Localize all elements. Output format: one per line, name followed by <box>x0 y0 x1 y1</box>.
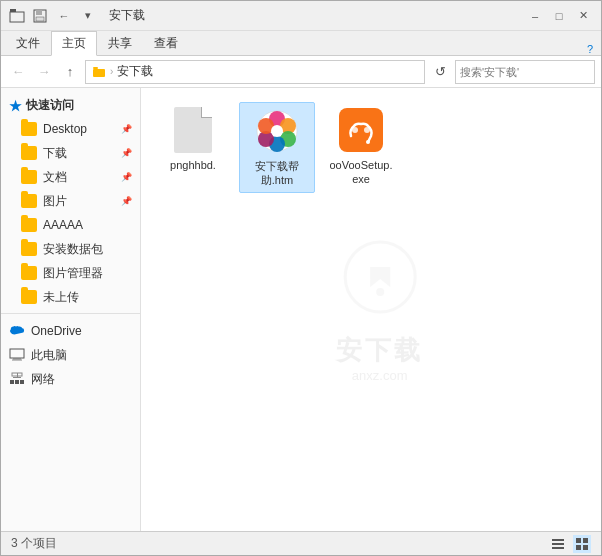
folder-icon <box>21 217 37 233</box>
sidebar-item-documents[interactable]: 文档 📌 <box>1 165 140 189</box>
view-tile-button[interactable] <box>573 535 591 553</box>
file-icon-generic <box>169 106 217 154</box>
sidebar-item-pictures[interactable]: 图片 📌 <box>1 189 140 213</box>
svg-rect-34 <box>576 538 581 543</box>
svg-rect-32 <box>552 543 564 545</box>
folder-icon <box>21 121 37 137</box>
address-bar: ← → ↑ › 安下载 ↺ <box>1 56 601 88</box>
sidebar-item-desktop[interactable]: Desktop 📌 <box>1 117 140 141</box>
svg-rect-37 <box>583 545 588 550</box>
svg-point-30 <box>364 127 370 133</box>
qat-dropdown[interactable]: ▾ <box>79 7 97 25</box>
svg-rect-35 <box>583 538 588 543</box>
svg-rect-14 <box>20 380 24 384</box>
watermark-icon <box>340 237 420 333</box>
tab-home[interactable]: 主页 <box>51 31 97 56</box>
folder-icon <box>21 265 37 281</box>
sidebar: ★ 快速访问 Desktop 📌 下载 📌 文档 📌 图片 📌 <box>1 88 141 531</box>
back-button[interactable]: ← <box>7 61 29 83</box>
ribbon-tabs: 文件 主页 共享 查看 ? <box>1 31 601 55</box>
svg-rect-5 <box>93 69 105 77</box>
qat-undo[interactable]: ← <box>55 7 73 25</box>
path-label: 安下载 <box>117 63 153 80</box>
svg-rect-13 <box>15 380 19 384</box>
watermark-sub: anxz.com <box>352 368 408 383</box>
search-input[interactable] <box>460 66 598 78</box>
title-bar-left: ← ▾ 安下载 <box>9 7 145 25</box>
svg-rect-4 <box>36 17 44 21</box>
tab-file[interactable]: 文件 <box>5 31 51 55</box>
svg-rect-12 <box>10 380 14 384</box>
pin-icon: 📌 <box>121 124 132 134</box>
svg-point-28 <box>366 140 370 144</box>
svg-rect-9 <box>10 349 24 358</box>
svg-rect-10 <box>13 358 21 360</box>
sidebar-item-network[interactable]: 网络 <box>1 367 140 391</box>
status-right <box>549 535 591 553</box>
watermark-text: 安下载 <box>336 333 423 368</box>
folder-icon <box>21 193 37 209</box>
title-text: 安下载 <box>109 7 145 24</box>
title-bar-controls: – □ ✕ <box>525 6 593 26</box>
qat-save[interactable] <box>31 7 49 25</box>
folder-icon <box>21 241 37 257</box>
file-item[interactable]: pnghhbd. <box>155 102 231 193</box>
quick-access-section: ★ 快速访问 Desktop 📌 下载 📌 文档 📌 图片 📌 <box>1 94 140 309</box>
tab-share[interactable]: 共享 <box>97 31 143 55</box>
sidebar-item-onedrive[interactable]: OneDrive <box>1 319 140 343</box>
onedrive-icon <box>9 323 25 339</box>
minimize-button[interactable]: – <box>525 6 545 26</box>
file-item[interactable]: ooVooSetup.exe <box>323 102 399 193</box>
file-icon-htm <box>253 107 301 155</box>
folder-icon <box>21 145 37 161</box>
view-list-button[interactable] <box>549 535 567 553</box>
svg-rect-0 <box>10 12 24 22</box>
status-bar: 3 个项目 <box>1 531 601 555</box>
svg-point-27 <box>271 125 283 137</box>
maximize-button[interactable]: □ <box>549 6 569 26</box>
svg-rect-3 <box>36 10 42 15</box>
up-button[interactable]: ↑ <box>59 61 81 83</box>
svg-rect-31 <box>552 539 564 541</box>
sidebar-item-picmgr[interactable]: 图片管理器 <box>1 261 140 285</box>
sidebar-item-downloads[interactable]: 下载 📌 <box>1 141 140 165</box>
sidebar-item-aaaaa[interactable]: AAAAA <box>1 213 140 237</box>
title-bar: ← ▾ 安下载 – □ ✕ <box>1 1 601 31</box>
forward-button[interactable]: → <box>33 61 55 83</box>
main-area: ★ 快速访问 Desktop 📌 下载 📌 文档 📌 图片 📌 <box>1 88 601 531</box>
pin-icon: 📌 <box>121 148 132 158</box>
tab-view[interactable]: 查看 <box>143 31 189 55</box>
search-box[interactable] <box>455 60 595 84</box>
file-item[interactable]: 安下载帮助.htm <box>239 102 315 193</box>
content-area: 安下载 anxz.com pnghhbd. <box>141 88 601 531</box>
ribbon: 文件 主页 共享 查看 ? <box>1 31 601 56</box>
refresh-button[interactable]: ↺ <box>429 61 451 83</box>
folder-icon <box>21 169 37 185</box>
window-icon <box>9 8 25 24</box>
svg-point-19 <box>376 288 384 296</box>
folder-icon <box>21 289 37 305</box>
sidebar-item-thispc[interactable]: 此电脑 <box>1 343 140 367</box>
sidebar-item-setup[interactable]: 安装数据包 <box>1 237 140 261</box>
path-separator: › <box>110 66 113 77</box>
svg-point-29 <box>352 127 358 133</box>
quick-access-header[interactable]: ★ 快速访问 <box>1 94 140 117</box>
file-name: pnghhbd. <box>170 158 216 172</box>
svg-rect-1 <box>10 9 16 12</box>
svg-rect-36 <box>576 545 581 550</box>
svg-rect-6 <box>93 67 98 69</box>
file-name: ooVooSetup.exe <box>327 158 395 187</box>
sidebar-item-unuploaded[interactable]: 未上传 <box>1 285 140 309</box>
svg-rect-33 <box>552 547 564 549</box>
folder-icon <box>92 65 106 79</box>
ribbon-help[interactable]: ? <box>587 43 593 55</box>
file-icon-oovoo <box>337 106 385 154</box>
pin-icon: 📌 <box>121 172 132 182</box>
address-path[interactable]: › 安下载 <box>85 60 425 84</box>
close-button[interactable]: ✕ <box>573 6 593 26</box>
svg-point-18 <box>345 242 415 312</box>
watermark: 安下载 anxz.com <box>336 237 423 383</box>
svg-rect-11 <box>12 360 22 361</box>
pin-icon: 📌 <box>121 196 132 206</box>
svg-rect-15 <box>13 377 21 378</box>
